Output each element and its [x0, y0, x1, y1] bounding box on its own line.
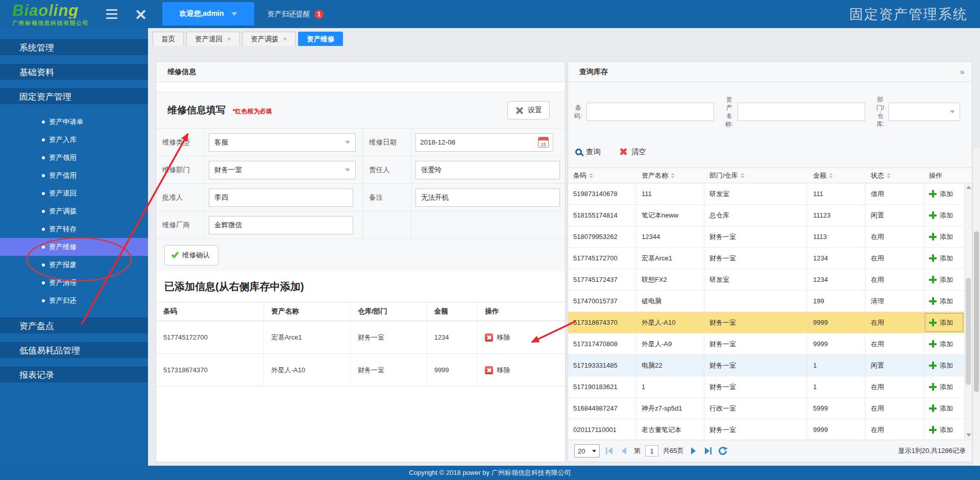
sidebar-item[interactable]: 资产退回	[0, 184, 148, 202]
vendor-field[interactable]	[209, 216, 353, 234]
add-button[interactable]: 添加	[929, 404, 953, 413]
tab[interactable]: 资产调拨 ×	[242, 32, 296, 46]
sidebar-section-reports[interactable]: 报表记录	[0, 367, 148, 382]
col-dept-warehouse[interactable]: 部门/仓库	[704, 168, 808, 183]
add-button[interactable]: 添加	[929, 189, 953, 199]
table-row[interactable]: 518155174814 笔记本neww 总仓库 11123 闲置 添加	[568, 205, 964, 226]
clear-button[interactable]: 清空	[619, 147, 646, 157]
cell-amount: 1	[808, 376, 866, 397]
refresh-icon[interactable]	[718, 446, 728, 456]
table-row[interactable]: 517745172437 联想FX2 研发室 1234 在用 添加	[568, 269, 964, 291]
table-row[interactable]: 519873140678 111 研发室 111 借用 添加	[568, 183, 964, 205]
sidebar-item[interactable]: 资产转存	[0, 220, 148, 238]
add-button[interactable]: 添加	[929, 211, 953, 220]
table-row[interactable]: 517193331485 电脑22 财务一室 1 闲置 添加	[568, 355, 964, 376]
note-field[interactable]	[415, 188, 560, 207]
asset-return-reminder[interactable]: 资产归还提醒 1	[267, 10, 324, 19]
sidebar-item[interactable]: 资产清理	[0, 274, 148, 292]
search-button[interactable]: 查询	[575, 147, 601, 157]
page-size-select[interactable]: 20	[574, 444, 600, 458]
plus-icon	[929, 383, 937, 391]
repair-type-select[interactable]: 客服	[209, 133, 356, 152]
tab-close-icon[interactable]: ×	[283, 35, 287, 43]
page-scrollbar-thumb[interactable]	[974, 231, 979, 392]
remove-label: 移除	[497, 333, 510, 342]
add-button[interactable]: 添加	[929, 232, 953, 242]
sidebar-section-consumables[interactable]: 低值易耗品管理	[0, 342, 148, 358]
scrollbar-thumb[interactable]	[966, 278, 971, 385]
plus-icon	[929, 233, 937, 241]
sidebar-section-inventory-check[interactable]: 资产盘点	[0, 318, 148, 333]
cell-barcode: 518155174814	[568, 205, 636, 226]
table-row[interactable]: 517317470808 外星人-A9 财务一室 9999 在用 添加	[568, 333, 964, 355]
sidebar-section-system[interactable]: 系统管理	[0, 39, 148, 55]
tab[interactable]: 资产退回 ×	[186, 32, 240, 46]
next-page-button[interactable]	[688, 446, 698, 456]
added-table-row[interactable]: 517745172700 宏基Arce1 财务一室 1234 移除	[156, 321, 565, 354]
add-button[interactable]: 添加	[929, 361, 953, 370]
first-page-button[interactable]	[604, 446, 615, 456]
sidebar-item[interactable]: 资产借用	[0, 166, 148, 184]
table-row[interactable]: 517470015737 破电脑 199 清理 添加	[568, 291, 964, 312]
sidebar-item[interactable]: 资产报废	[0, 256, 148, 274]
add-button[interactable]: 添加	[929, 382, 953, 392]
tab[interactable]: 资产维修	[298, 32, 343, 46]
repair-confirm-button[interactable]: 维修确认	[164, 245, 218, 266]
remove-button[interactable]: 移除	[485, 366, 510, 375]
added-table-header: 条码 资产名称 仓库/部门 金额 操作	[156, 302, 565, 321]
table-row[interactable]: 517318674370 外星人-A10 财务一室 9999 在用 添加	[568, 312, 964, 333]
cell-amount: 1113	[808, 226, 866, 247]
prev-page-button[interactable]	[619, 446, 629, 456]
table-row[interactable]: 516844987247 神舟z7-sp5d1 行政一室 5999 在用 添加	[568, 398, 964, 419]
col-asset-name[interactable]: 资产名称	[636, 168, 704, 183]
table-row[interactable]: 517745172700 宏基Arce1 财务一室 1234 在用 添加	[568, 248, 964, 269]
scroll-down-icon[interactable]	[966, 434, 971, 437]
asset-name-search-input[interactable]	[738, 103, 865, 121]
col-status[interactable]: 状态	[866, 168, 924, 183]
sidebar-item-label: 资产归还	[49, 297, 77, 304]
repair-date-field[interactable]: 2018-12-08	[415, 133, 553, 152]
table-scrollbar[interactable]	[964, 183, 972, 439]
sidebar-item[interactable]: 资产入库	[0, 131, 148, 149]
scroll-up-icon[interactable]	[966, 186, 971, 189]
add-button[interactable]: 添加	[929, 297, 953, 306]
owner-field[interactable]	[415, 161, 560, 179]
added-table-row[interactable]: 517318674370 外星人-A10 财务一室 9999 移除	[156, 354, 565, 387]
table-row[interactable]: 517190183621 1 财务一室 1 在用 添加	[568, 376, 964, 398]
calendar-icon[interactable]	[538, 137, 549, 148]
menu-toggle-icon[interactable]	[106, 9, 117, 19]
sidebar-item[interactable]: 资产归还	[0, 292, 148, 309]
add-button[interactable]: 添加	[929, 318, 953, 327]
cell-dept-warehouse: 财务一室	[704, 312, 808, 333]
remove-button[interactable]: 移除	[485, 333, 510, 342]
tab-bar: 首页 资产退回 × 资产调拨 × 资产维修	[153, 32, 346, 46]
approver-field[interactable]	[209, 188, 353, 207]
last-page-button[interactable]	[703, 446, 713, 456]
sidebar-section-basics[interactable]: 基础资料	[0, 64, 148, 80]
page-scrollbar[interactable]	[972, 148, 980, 466]
table-row[interactable]: 020117110001 老古董笔记本 财务一室 9999 在用 添加	[568, 419, 964, 441]
sidebar-item[interactable]: 资产领用	[0, 149, 148, 166]
sidebar-item[interactable]: 资产申请单	[0, 113, 148, 131]
page-number-input[interactable]	[645, 445, 658, 457]
table-row[interactable]: 518079953262 12344 财务一室 1113 在用 添加	[568, 226, 964, 248]
barcode-search-input[interactable]	[586, 103, 714, 121]
page-prefix: 第	[634, 446, 641, 455]
repair-dept-select[interactable]: 财务一室	[209, 161, 356, 179]
add-button[interactable]: 添加	[929, 254, 953, 263]
tab[interactable]: 首页	[153, 32, 184, 46]
sidebar-item[interactable]: 资产维修	[0, 238, 148, 256]
tab-close-icon[interactable]: ×	[227, 35, 231, 43]
settings-button[interactable]: 设置	[507, 101, 550, 119]
sidebar-section-fixed-assets[interactable]: 固定资产管理	[0, 88, 148, 104]
collapse-icon[interactable]: »	[960, 62, 965, 82]
add-button[interactable]: 添加	[929, 425, 953, 435]
close-icon[interactable]	[136, 9, 146, 19]
user-menu-button[interactable]: 欢迎您,admin	[162, 2, 254, 26]
col-barcode[interactable]: 条码	[568, 168, 636, 183]
add-button[interactable]: 添加	[929, 275, 953, 284]
dept-search-select[interactable]	[889, 103, 960, 121]
sidebar-item[interactable]: 资产调拨	[0, 202, 148, 220]
add-button[interactable]: 添加	[929, 340, 953, 349]
col-amount[interactable]: 金额	[808, 168, 866, 183]
